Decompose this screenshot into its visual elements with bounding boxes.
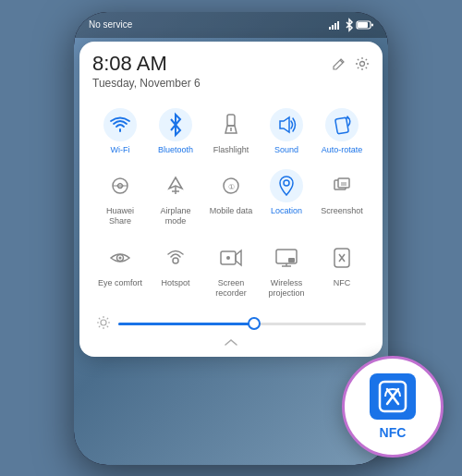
svg-line-39 (99, 318, 100, 319)
signal-icon (329, 20, 342, 30)
flashlight-icon (223, 115, 239, 135)
mobiledata-icon-bg: ① (214, 169, 248, 202)
time-display: 8:08 AM (92, 53, 201, 75)
settings-icon[interactable] (355, 56, 370, 74)
bluetooth-status-icon (346, 19, 353, 31)
svg-line-40 (107, 325, 108, 326)
autorotate-label: Auto-rotate (322, 145, 363, 155)
huaweishare-label: Huawei Share (94, 206, 146, 226)
svg-rect-11 (335, 117, 349, 134)
eyecomfort-label: Eye comfort (98, 278, 142, 288)
brightness-fill (118, 323, 254, 325)
airplane-icon-bg (159, 169, 192, 202)
svg-point-8 (360, 61, 365, 66)
svg-line-41 (99, 325, 100, 326)
nfc-icon-bg (325, 241, 359, 275)
screenrecorder-icon-bg (214, 241, 248, 275)
airplane-icon (165, 176, 186, 196)
sound-icon (276, 115, 297, 135)
svg-rect-5 (358, 22, 368, 28)
phone-frame: No service 8:08 AM (74, 12, 388, 465)
edit-icon[interactable] (333, 57, 346, 73)
hotspot-icon (165, 248, 186, 268)
svg-rect-2 (334, 23, 336, 30)
header-action-icons (333, 56, 370, 74)
wirelessprojection-icon (275, 249, 298, 267)
date-display: Tuesday, November 6 (92, 77, 201, 90)
svg-rect-9 (227, 115, 235, 126)
qs-item-autorotate[interactable]: Auto-rotate (314, 103, 370, 161)
screenrecorder-label: Screenrecorder (215, 278, 247, 299)
quick-settings-panel: 8:08 AM Tuesday, November 6 (79, 42, 383, 357)
eyecomfort-icon-bg (103, 241, 137, 275)
location-icon (278, 176, 295, 196)
qs-item-wirelessprojection[interactable]: Wirelessprojection (259, 236, 314, 304)
huaweishare-icon-bg (103, 169, 137, 202)
svg-point-25 (173, 258, 178, 263)
brightness-thumb (248, 317, 261, 330)
qs-item-location[interactable]: Location (259, 164, 314, 232)
svg-point-18 (284, 180, 289, 186)
qs-item-sound[interactable]: Sound (259, 103, 314, 161)
qs-item-flashlight[interactable]: Flashlight (203, 103, 259, 161)
battery-icon (357, 20, 373, 30)
svg-point-28 (226, 256, 230, 260)
svg-rect-0 (329, 27, 331, 30)
time-date-block: 8:08 AM Tuesday, November 6 (92, 53, 201, 90)
mobiledata-icon: ① (221, 176, 241, 196)
screenrecorder-icon (220, 249, 242, 267)
qs-item-huaweishare[interactable]: Huawei Share (92, 164, 148, 232)
brightness-icon (96, 315, 111, 333)
collapse-arrow[interactable] (92, 336, 370, 346)
location-icon-bg (270, 169, 303, 202)
svg-marker-27 (236, 250, 241, 265)
screenshot-label: Screenshot (321, 206, 363, 216)
qs-grid-row1: Wi-Fi Bluetooth (92, 103, 370, 161)
qs-grid-row2: Huawei Share Airplane mode (92, 164, 370, 232)
eyecomfort-icon (109, 250, 131, 265)
svg-point-34 (101, 320, 106, 325)
bluetooth-icon (168, 115, 183, 135)
wirelessprojection-icon-bg (270, 241, 303, 275)
pencil-icon (333, 57, 346, 70)
autorotate-icon (332, 115, 352, 135)
status-bar: No service (74, 12, 388, 38)
qs-item-nfc[interactable]: NFC (314, 236, 370, 304)
hotspot-label: Hotspot (161, 278, 189, 288)
brightness-slider[interactable] (118, 323, 366, 325)
nfc-small-icon (333, 248, 351, 268)
mobiledata-label: Mobile data (210, 206, 253, 216)
qs-item-eyecomfort[interactable]: Eye comfort (92, 236, 148, 304)
nfc-icon-box (370, 373, 416, 420)
sound-icon-bg (270, 108, 303, 141)
wifi-icon-bg (103, 108, 137, 141)
svg-point-24 (119, 257, 122, 260)
qs-grid-row3: Eye comfort Hotspot (92, 236, 370, 304)
nfc-large-icon (376, 380, 409, 413)
qs-item-screenrecorder[interactable]: Screenrecorder (203, 236, 259, 304)
qs-item-wifi[interactable]: Wi-Fi (92, 103, 148, 161)
wifi-icon (110, 116, 130, 133)
status-icons (329, 19, 373, 31)
screenshot-icon (332, 176, 352, 196)
sound-label: Sound (274, 145, 298, 155)
svg-text:①: ① (228, 183, 235, 191)
qs-item-mobiledata[interactable]: ① Mobile data (203, 164, 259, 232)
qs-item-airplane[interactable]: Airplane mode (148, 164, 203, 232)
bluetooth-icon-bg (159, 108, 192, 141)
qs-item-screenshot[interactable]: Screenshot (314, 164, 370, 232)
svg-rect-6 (371, 23, 373, 26)
sun-icon (96, 315, 111, 330)
hotspot-icon-bg (159, 241, 192, 275)
autorotate-icon-bg (325, 108, 359, 141)
qs-item-hotspot[interactable]: Hotspot (148, 236, 203, 304)
bluetooth-label: Bluetooth (158, 145, 193, 155)
huaweishare-icon (110, 176, 130, 196)
chevron-up-icon (224, 338, 238, 346)
flashlight-label: Flashlight (213, 145, 249, 155)
gear-icon (355, 56, 370, 71)
nfc-overlay-circle[interactable]: NFC (342, 356, 444, 458)
svg-rect-1 (332, 25, 334, 30)
qs-item-bluetooth[interactable]: Bluetooth (148, 103, 203, 161)
screenshot-icon-bg (325, 169, 359, 202)
